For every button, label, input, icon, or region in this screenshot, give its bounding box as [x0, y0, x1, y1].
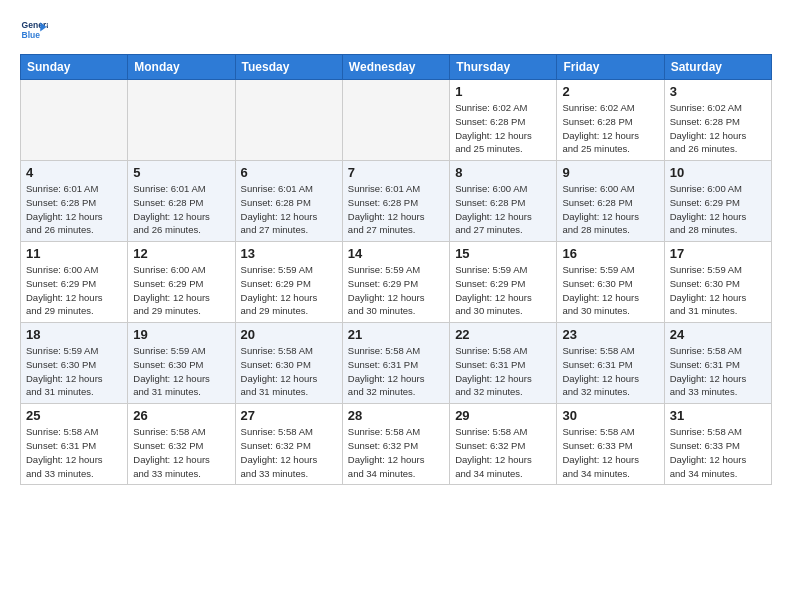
- calendar-cell: 1Sunrise: 6:02 AM Sunset: 6:28 PM Daylig…: [450, 80, 557, 161]
- day-info: Sunrise: 5:58 AM Sunset: 6:31 PM Dayligh…: [562, 344, 658, 399]
- calendar-cell: 29Sunrise: 5:58 AM Sunset: 6:32 PM Dayli…: [450, 404, 557, 485]
- calendar-cell: 16Sunrise: 5:59 AM Sunset: 6:30 PM Dayli…: [557, 242, 664, 323]
- day-info: Sunrise: 5:59 AM Sunset: 6:30 PM Dayligh…: [26, 344, 122, 399]
- calendar-week-row: 1Sunrise: 6:02 AM Sunset: 6:28 PM Daylig…: [21, 80, 772, 161]
- day-number: 15: [455, 246, 551, 261]
- day-number: 31: [670, 408, 766, 423]
- day-number: 10: [670, 165, 766, 180]
- day-number: 21: [348, 327, 444, 342]
- day-info: Sunrise: 5:58 AM Sunset: 6:32 PM Dayligh…: [241, 425, 337, 480]
- calendar-cell: 28Sunrise: 5:58 AM Sunset: 6:32 PM Dayli…: [342, 404, 449, 485]
- weekday-monday: Monday: [128, 55, 235, 80]
- day-number: 9: [562, 165, 658, 180]
- calendar-cell: 8Sunrise: 6:00 AM Sunset: 6:28 PM Daylig…: [450, 161, 557, 242]
- day-info: Sunrise: 6:01 AM Sunset: 6:28 PM Dayligh…: [348, 182, 444, 237]
- day-info: Sunrise: 6:00 AM Sunset: 6:28 PM Dayligh…: [455, 182, 551, 237]
- day-number: 20: [241, 327, 337, 342]
- weekday-header-row: SundayMondayTuesdayWednesdayThursdayFrid…: [21, 55, 772, 80]
- day-number: 26: [133, 408, 229, 423]
- day-info: Sunrise: 6:01 AM Sunset: 6:28 PM Dayligh…: [133, 182, 229, 237]
- calendar-cell: 19Sunrise: 5:59 AM Sunset: 6:30 PM Dayli…: [128, 323, 235, 404]
- calendar-cell: 26Sunrise: 5:58 AM Sunset: 6:32 PM Dayli…: [128, 404, 235, 485]
- day-number: 1: [455, 84, 551, 99]
- day-info: Sunrise: 5:58 AM Sunset: 6:30 PM Dayligh…: [241, 344, 337, 399]
- calendar-week-row: 25Sunrise: 5:58 AM Sunset: 6:31 PM Dayli…: [21, 404, 772, 485]
- day-number: 2: [562, 84, 658, 99]
- day-number: 12: [133, 246, 229, 261]
- logo: General Blue: [20, 16, 48, 44]
- day-info: Sunrise: 5:58 AM Sunset: 6:33 PM Dayligh…: [562, 425, 658, 480]
- calendar-cell: 13Sunrise: 5:59 AM Sunset: 6:29 PM Dayli…: [235, 242, 342, 323]
- calendar-cell: 22Sunrise: 5:58 AM Sunset: 6:31 PM Dayli…: [450, 323, 557, 404]
- calendar-cell: 18Sunrise: 5:59 AM Sunset: 6:30 PM Dayli…: [21, 323, 128, 404]
- day-info: Sunrise: 6:00 AM Sunset: 6:28 PM Dayligh…: [562, 182, 658, 237]
- calendar-cell: 27Sunrise: 5:58 AM Sunset: 6:32 PM Dayli…: [235, 404, 342, 485]
- calendar-cell: 7Sunrise: 6:01 AM Sunset: 6:28 PM Daylig…: [342, 161, 449, 242]
- day-number: 13: [241, 246, 337, 261]
- calendar-cell: 17Sunrise: 5:59 AM Sunset: 6:30 PM Dayli…: [664, 242, 771, 323]
- day-number: 25: [26, 408, 122, 423]
- weekday-saturday: Saturday: [664, 55, 771, 80]
- calendar-week-row: 18Sunrise: 5:59 AM Sunset: 6:30 PM Dayli…: [21, 323, 772, 404]
- day-number: 27: [241, 408, 337, 423]
- calendar-cell: 24Sunrise: 5:58 AM Sunset: 6:31 PM Dayli…: [664, 323, 771, 404]
- day-info: Sunrise: 6:00 AM Sunset: 6:29 PM Dayligh…: [133, 263, 229, 318]
- svg-text:Blue: Blue: [22, 30, 41, 40]
- calendar-cell: 6Sunrise: 6:01 AM Sunset: 6:28 PM Daylig…: [235, 161, 342, 242]
- calendar: SundayMondayTuesdayWednesdayThursdayFrid…: [20, 54, 772, 485]
- weekday-sunday: Sunday: [21, 55, 128, 80]
- day-info: Sunrise: 6:02 AM Sunset: 6:28 PM Dayligh…: [455, 101, 551, 156]
- day-info: Sunrise: 5:59 AM Sunset: 6:30 PM Dayligh…: [562, 263, 658, 318]
- day-info: Sunrise: 5:58 AM Sunset: 6:31 PM Dayligh…: [26, 425, 122, 480]
- calendar-cell: [21, 80, 128, 161]
- weekday-wednesday: Wednesday: [342, 55, 449, 80]
- calendar-cell: 3Sunrise: 6:02 AM Sunset: 6:28 PM Daylig…: [664, 80, 771, 161]
- day-number: 11: [26, 246, 122, 261]
- calendar-cell: [342, 80, 449, 161]
- day-number: 29: [455, 408, 551, 423]
- day-number: 8: [455, 165, 551, 180]
- day-info: Sunrise: 6:02 AM Sunset: 6:28 PM Dayligh…: [670, 101, 766, 156]
- day-number: 7: [348, 165, 444, 180]
- weekday-friday: Friday: [557, 55, 664, 80]
- day-info: Sunrise: 5:58 AM Sunset: 6:32 PM Dayligh…: [133, 425, 229, 480]
- day-info: Sunrise: 5:59 AM Sunset: 6:29 PM Dayligh…: [455, 263, 551, 318]
- calendar-week-row: 11Sunrise: 6:00 AM Sunset: 6:29 PM Dayli…: [21, 242, 772, 323]
- calendar-cell: 11Sunrise: 6:00 AM Sunset: 6:29 PM Dayli…: [21, 242, 128, 323]
- calendar-cell: 30Sunrise: 5:58 AM Sunset: 6:33 PM Dayli…: [557, 404, 664, 485]
- day-number: 22: [455, 327, 551, 342]
- calendar-cell: [235, 80, 342, 161]
- day-number: 3: [670, 84, 766, 99]
- calendar-cell: 15Sunrise: 5:59 AM Sunset: 6:29 PM Dayli…: [450, 242, 557, 323]
- day-info: Sunrise: 6:02 AM Sunset: 6:28 PM Dayligh…: [562, 101, 658, 156]
- calendar-cell: 5Sunrise: 6:01 AM Sunset: 6:28 PM Daylig…: [128, 161, 235, 242]
- calendar-cell: 14Sunrise: 5:59 AM Sunset: 6:29 PM Dayli…: [342, 242, 449, 323]
- day-info: Sunrise: 5:59 AM Sunset: 6:29 PM Dayligh…: [348, 263, 444, 318]
- day-number: 6: [241, 165, 337, 180]
- weekday-tuesday: Tuesday: [235, 55, 342, 80]
- day-number: 14: [348, 246, 444, 261]
- day-info: Sunrise: 6:01 AM Sunset: 6:28 PM Dayligh…: [26, 182, 122, 237]
- calendar-cell: 2Sunrise: 6:02 AM Sunset: 6:28 PM Daylig…: [557, 80, 664, 161]
- day-number: 28: [348, 408, 444, 423]
- calendar-cell: [128, 80, 235, 161]
- day-info: Sunrise: 5:59 AM Sunset: 6:30 PM Dayligh…: [133, 344, 229, 399]
- day-info: Sunrise: 5:59 AM Sunset: 6:29 PM Dayligh…: [241, 263, 337, 318]
- calendar-cell: 21Sunrise: 5:58 AM Sunset: 6:31 PM Dayli…: [342, 323, 449, 404]
- calendar-cell: 9Sunrise: 6:00 AM Sunset: 6:28 PM Daylig…: [557, 161, 664, 242]
- day-info: Sunrise: 5:58 AM Sunset: 6:31 PM Dayligh…: [348, 344, 444, 399]
- day-info: Sunrise: 5:58 AM Sunset: 6:33 PM Dayligh…: [670, 425, 766, 480]
- page: General Blue SundayMondayTuesdayWednesda…: [0, 0, 792, 501]
- calendar-week-row: 4Sunrise: 6:01 AM Sunset: 6:28 PM Daylig…: [21, 161, 772, 242]
- day-number: 24: [670, 327, 766, 342]
- day-info: Sunrise: 6:00 AM Sunset: 6:29 PM Dayligh…: [670, 182, 766, 237]
- calendar-cell: 4Sunrise: 6:01 AM Sunset: 6:28 PM Daylig…: [21, 161, 128, 242]
- day-number: 30: [562, 408, 658, 423]
- day-number: 17: [670, 246, 766, 261]
- day-number: 18: [26, 327, 122, 342]
- day-info: Sunrise: 6:01 AM Sunset: 6:28 PM Dayligh…: [241, 182, 337, 237]
- day-info: Sunrise: 6:00 AM Sunset: 6:29 PM Dayligh…: [26, 263, 122, 318]
- day-info: Sunrise: 5:58 AM Sunset: 6:31 PM Dayligh…: [670, 344, 766, 399]
- calendar-cell: 12Sunrise: 6:00 AM Sunset: 6:29 PM Dayli…: [128, 242, 235, 323]
- day-info: Sunrise: 5:58 AM Sunset: 6:32 PM Dayligh…: [348, 425, 444, 480]
